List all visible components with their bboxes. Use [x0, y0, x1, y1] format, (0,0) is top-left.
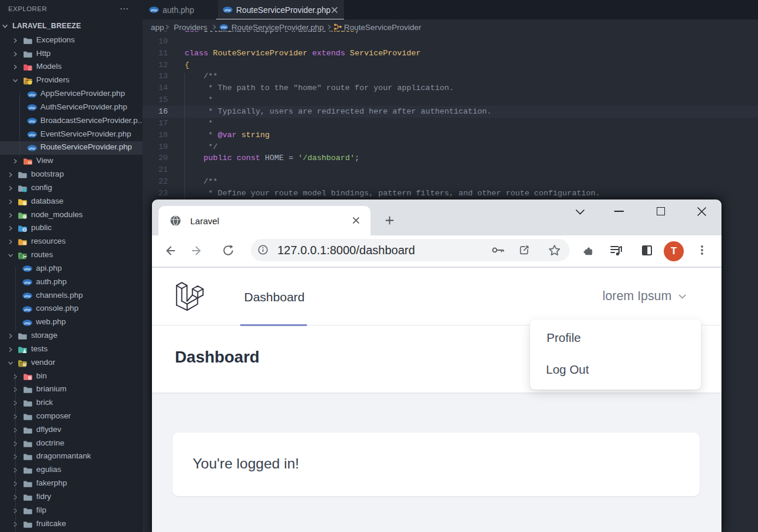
svg-text:php: php [28, 119, 35, 123]
svg-text:php: php [24, 294, 31, 298]
svg-text:php: php [220, 25, 227, 28]
svg-text:php: php [28, 106, 35, 109]
svg-text:php: php [224, 8, 231, 12]
svg-text:php: php [24, 307, 31, 311]
svg-text:php: php [150, 8, 157, 12]
svg-text:php: php [28, 146, 35, 149]
svg-text:php: php [28, 133, 35, 137]
svg-text:php: php [28, 92, 35, 96]
svg-text:php: php [24, 281, 31, 284]
svg-text:php: php [24, 267, 31, 271]
svg-text:php: php [24, 321, 31, 324]
